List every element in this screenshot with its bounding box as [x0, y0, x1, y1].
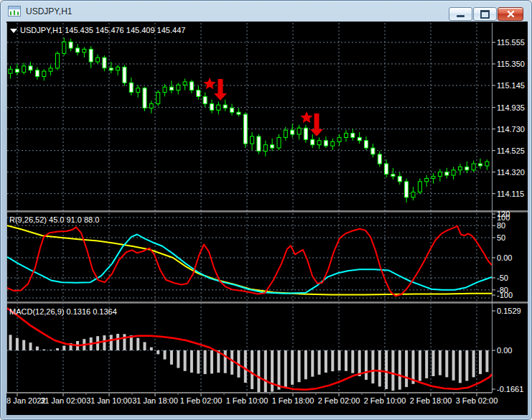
macd-bar [479, 350, 482, 374]
macd-bar [452, 350, 455, 381]
time-scale-label: 2 Feb 18:00 [410, 396, 452, 405]
candle-body [83, 50, 86, 52]
price-scale-label: 114.525 [497, 146, 525, 155]
minimize-button[interactable] [449, 7, 472, 21]
macd-bar [9, 335, 12, 350]
candle-body [458, 167, 462, 169]
candle-body [331, 141, 335, 146]
close-button[interactable] [498, 7, 523, 21]
candle-body [109, 68, 113, 70]
candle-body [197, 90, 200, 97]
down-arrow-icon [310, 113, 323, 136]
macd-bar [291, 350, 294, 385]
window-controls [449, 7, 523, 21]
macd-bar [365, 350, 368, 380]
macd-bar [284, 350, 287, 388]
macd-bar [22, 340, 25, 350]
time-scale-label: 1 Feb 10:00 [226, 396, 269, 405]
price-scale-label: 114.320 [497, 168, 525, 177]
macd-bar [177, 350, 179, 368]
time-scale-label: 31 Jan 18:00 [132, 396, 178, 405]
candle-body [251, 136, 254, 144]
candle-body [465, 167, 469, 169]
candle-body [311, 139, 314, 144]
chart-area: 115.555115.350115.145114.935114.730114.5… [6, 22, 528, 415]
macd-bar [224, 350, 227, 373]
candle-body [123, 67, 126, 83]
candle-body [76, 48, 80, 52]
candle-body [243, 114, 247, 144]
candle-body [62, 42, 66, 53]
macd-bar [123, 334, 126, 350]
macd-bar [345, 350, 347, 371]
candle-body [42, 71, 46, 76]
candle-body [157, 93, 160, 104]
macd-bar [56, 348, 59, 350]
candle-body [237, 112, 241, 114]
price-scale[interactable]: 115.555115.350115.145114.935114.730114.5… [492, 38, 525, 393]
candle-body [69, 42, 73, 48]
time-scale[interactable]: 28 Jan 202231 Jan 02:0031 Jan 10:0031 Ja… [6, 393, 498, 405]
macd-bar [459, 350, 462, 383]
candle-body [143, 88, 146, 108]
candle-body [210, 104, 214, 111]
macd-bar [210, 350, 213, 373]
down-arrow-icon [214, 79, 227, 101]
macd-bar [371, 350, 374, 383]
oscillator-header: R(9,26,52) 45.0 91.0 88.0 [9, 215, 99, 224]
fast-red-line [7, 226, 492, 296]
chart-canvas[interactable]: 115.555115.350115.145114.935114.730114.5… [6, 22, 528, 415]
minimize-icon [457, 15, 465, 17]
macd-bar [251, 350, 253, 389]
price-scale-label: 115.350 [497, 60, 525, 68]
macd-bar [425, 350, 428, 378]
time-scale-label: 3 Feb 02:00 [456, 396, 498, 405]
macd-bar [385, 350, 388, 389]
time-scale-label: 1 Feb 18:00 [272, 396, 314, 405]
price-scale-label: 115.145 [497, 81, 525, 90]
candle-body [257, 136, 261, 151]
candle-body [398, 177, 401, 182]
price-scale-label: 114.935 [497, 103, 525, 112]
macd-bar [378, 350, 381, 386]
candle-body [116, 67, 120, 70]
candle-body [337, 137, 341, 141]
star-icon [300, 111, 312, 123]
candle-body [163, 87, 167, 92]
candle-body [96, 57, 100, 62]
time-scale-label: 1 Feb 02:00 [180, 396, 223, 405]
macd-bar [110, 335, 113, 350]
candle-body [263, 145, 267, 151]
candle-body [177, 85, 180, 90]
macd-bar [419, 350, 421, 381]
macd-bar [398, 350, 401, 390]
restore-button[interactable] [473, 7, 497, 21]
candle-body [479, 164, 482, 166]
macd-bar [472, 350, 475, 377]
grid [7, 23, 492, 393]
oscillator-scale-label: 100 [497, 213, 510, 222]
candle-body [103, 57, 106, 68]
macd-bar [36, 347, 39, 350]
mid-cyan-line [7, 235, 492, 294]
oscillator-scale-label: 50 [497, 233, 505, 242]
time-scale-label: 31 Jan 02:00 [40, 396, 86, 405]
macd-bar [116, 334, 119, 350]
candle-body [358, 137, 361, 140]
oscillator-scale-label: -100 [497, 291, 513, 299]
candle-body [345, 134, 348, 138]
candle-body [35, 70, 39, 77]
candle-body [317, 141, 321, 145]
candle-body [277, 137, 281, 148]
macd-bar [465, 350, 468, 381]
oscillator-scale-label: 80 [497, 221, 505, 230]
macd-bar [311, 350, 314, 377]
symbol-dropdown-icon[interactable] [10, 29, 17, 33]
macd-bar [331, 350, 334, 371]
titlebar[interactable]: USDJPY,H1 [1, 1, 531, 22]
candle-body [89, 50, 93, 62]
candle-body [291, 130, 294, 134]
macd-bar [184, 350, 187, 371]
macd-bar [50, 350, 52, 350]
price-scale-label: 114.115 [497, 190, 524, 198]
